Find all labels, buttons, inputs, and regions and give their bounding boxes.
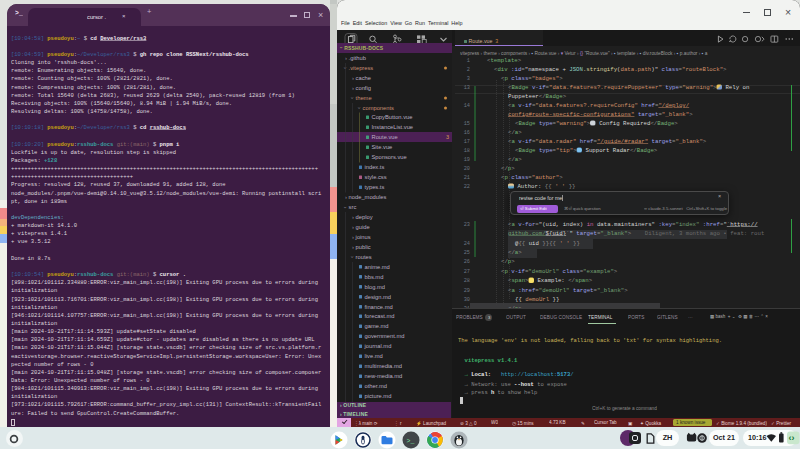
svg-text:>_: >_ bbox=[407, 438, 415, 445]
svg-text:‹›: ‹› bbox=[789, 433, 795, 443]
